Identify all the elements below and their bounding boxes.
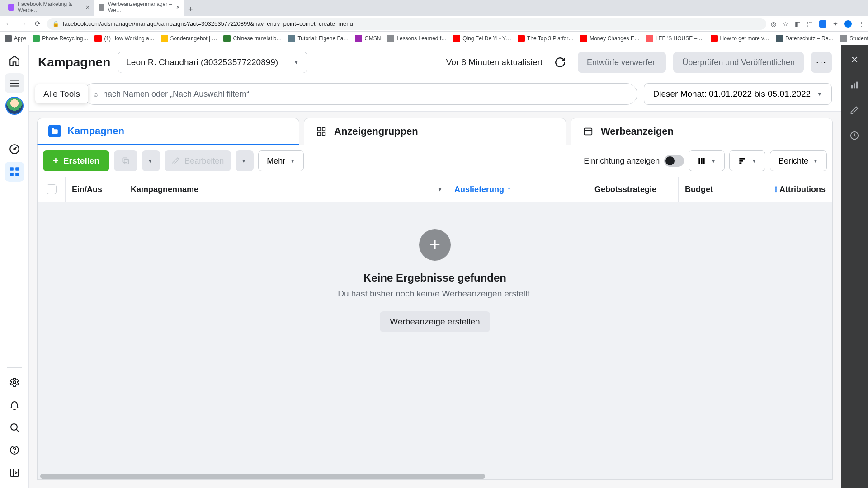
- apps-button[interactable]: Apps: [5, 35, 26, 42]
- menu-icon[interactable]: [5, 73, 24, 93]
- more-options-button[interactable]: ···: [811, 52, 832, 73]
- tab-ads[interactable]: Werbeanzeigen: [571, 118, 833, 145]
- columns-dropdown[interactable]: ▼: [689, 150, 725, 171]
- bookmark-item[interactable]: Money Changes E…: [580, 35, 640, 42]
- new-tab-button[interactable]: +: [184, 3, 197, 16]
- svg-rect-16: [124, 160, 129, 164]
- reports-dropdown[interactable]: Berichte ▼: [770, 150, 827, 171]
- ext-icon[interactable]: ☆: [783, 20, 788, 28]
- forward-button[interactable]: →: [18, 20, 28, 28]
- column-attribution[interactable]: i Attributions: [769, 177, 832, 202]
- tab-title: Werbeanzeigenmanager – We…: [108, 1, 173, 14]
- svg-rect-2: [10, 167, 14, 171]
- chevron-down-icon: ▼: [711, 158, 716, 164]
- column-onoff[interactable]: Ein/Aus: [66, 177, 124, 202]
- bookmark-item[interactable]: Phone Recycling…: [33, 35, 88, 42]
- column-delivery[interactable]: Auslieferung ↑: [448, 177, 588, 202]
- bookmark-item[interactable]: Chinese translatio…: [223, 35, 282, 42]
- bookmark-item[interactable]: Tutorial: Eigene Fa…: [288, 35, 349, 42]
- review-publish-button[interactable]: Überprüfen und Veröffentlichen: [673, 52, 804, 73]
- tab-label: Anzeigengruppen: [334, 126, 418, 137]
- bookmark-item[interactable]: Lessons Learned f…: [387, 35, 447, 42]
- history-icon[interactable]: [846, 127, 863, 144]
- tab-strip: Facebook Marketing & Werbe… × Werbeanzei…: [0, 0, 868, 16]
- svg-point-7: [11, 424, 17, 430]
- avatar[interactable]: [5, 96, 24, 116]
- bookmark-item[interactable]: Datenschutz – Re…: [776, 35, 834, 42]
- back-button[interactable]: ←: [4, 20, 14, 28]
- search-icon[interactable]: [5, 418, 24, 437]
- bookmark-item[interactable]: GMSN: [355, 35, 381, 42]
- browser-chrome: Facebook Marketing & Werbe… × Werbeanzei…: [0, 0, 868, 45]
- svg-rect-15: [585, 128, 592, 135]
- more-label: Mehr: [267, 156, 285, 166]
- chevron-down-icon: ▼: [813, 158, 818, 164]
- ext-icon[interactable]: ◧: [795, 20, 801, 28]
- svg-rect-4: [10, 173, 14, 176]
- refresh-button[interactable]: [550, 52, 571, 73]
- gear-icon[interactable]: [5, 372, 24, 392]
- bookmark-item[interactable]: The Top 3 Platfor…: [518, 35, 574, 42]
- meta-icon[interactable]: [844, 20, 852, 28]
- menu-icon[interactable]: ⋮: [858, 20, 864, 28]
- empty-subtext: Du hast bisher noch kein/e Werbeanzeigen…: [338, 289, 532, 299]
- svg-rect-13: [318, 132, 321, 135]
- bookmark-item[interactable]: LEE 'S HOUSE – …: [646, 35, 704, 42]
- gauge-icon[interactable]: [5, 139, 24, 159]
- ads-manager-icon[interactable]: [5, 162, 24, 182]
- help-icon[interactable]: [5, 440, 24, 460]
- extension-icons: ◎ ☆ ◧ ⬚ ✦ ⋮: [771, 20, 864, 28]
- more-dropdown[interactable]: Mehr ▼: [258, 150, 304, 171]
- browser-tab[interactable]: Facebook Marketing & Werbe… ×: [4, 0, 94, 16]
- home-icon[interactable]: [5, 51, 24, 70]
- account-dropdown[interactable]: Leon R. Chaudhari (303253577220899) ▼: [118, 52, 307, 73]
- tab-campaigns[interactable]: Kampagnen: [37, 118, 299, 145]
- bookmark-item[interactable]: (1) How Working a…: [94, 35, 154, 42]
- search-input[interactable]: ⌕ nach Namen oder „Nach Auswahl filtern“: [83, 83, 637, 105]
- svg-point-9: [14, 452, 15, 453]
- address-bar[interactable]: 🔒 facebook.com/adsmanager/manage/campaig…: [47, 18, 766, 30]
- bookmark-item[interactable]: Student Wants an…: [840, 35, 868, 42]
- column-name[interactable]: Kampagnenname ▾: [124, 177, 448, 202]
- create-label: Erstellen: [63, 156, 99, 166]
- puzzle-icon[interactable]: ✦: [833, 20, 838, 28]
- tab-adsets[interactable]: Anzeigengruppen: [304, 118, 566, 145]
- ext-icon[interactable]: ◎: [771, 20, 776, 28]
- discard-drafts-button[interactable]: Entwürfe verwerfen: [578, 52, 666, 73]
- facebook-icon[interactable]: [819, 20, 826, 28]
- info-icon: i: [775, 186, 777, 193]
- bookmark-item[interactable]: Sonderangebot | …: [161, 35, 217, 42]
- all-tools-tooltip: Alle Tools: [35, 84, 88, 103]
- bookmark-item[interactable]: Qing Fei De Yi - Y…: [453, 35, 511, 42]
- main-content: Kampagnen Leon R. Chaudhari (30325357722…: [29, 45, 841, 488]
- bell-icon[interactable]: [5, 395, 24, 415]
- filter-bar: Alle Tools ⌕ nach Namen oder „Nach Auswa…: [29, 80, 841, 112]
- create-button[interactable]: + Erstellen: [43, 150, 109, 171]
- horizontal-scrollbar[interactable]: [38, 473, 832, 479]
- add-circle-icon[interactable]: +: [419, 229, 451, 261]
- date-range-dropdown[interactable]: Dieser Monat: 01.01.2022 bis 05.01.2022 …: [644, 83, 832, 105]
- column-budget[interactable]: Budget: [679, 177, 769, 202]
- collapse-icon[interactable]: [5, 463, 24, 483]
- charts-icon[interactable]: [846, 77, 863, 93]
- bookmarks-bar: Apps Phone Recycling… (1) How Working a……: [0, 32, 868, 45]
- svg-rect-14: [322, 132, 325, 135]
- setup-toggle[interactable]: [664, 155, 684, 167]
- close-icon[interactable]: ×: [86, 4, 90, 11]
- edit-icon[interactable]: [846, 102, 863, 118]
- close-icon[interactable]: ×: [176, 4, 180, 11]
- ext-icon[interactable]: ⬚: [807, 20, 813, 28]
- table-header: Ein/Aus Kampagnenname ▾ Auslieferung ↑ G…: [37, 177, 833, 202]
- column-bid[interactable]: Gebotsstrategie: [588, 177, 679, 202]
- grid-icon: [315, 125, 328, 138]
- create-ad-button[interactable]: Werbeanzeige erstellen: [380, 311, 490, 332]
- browser-tab[interactable]: Werbeanzeigenmanager – We… ×: [94, 0, 184, 16]
- select-all-checkbox[interactable]: [38, 177, 66, 202]
- bookmark-item[interactable]: How to get more v…: [711, 35, 769, 42]
- breakdown-dropdown[interactable]: ▼: [729, 150, 765, 171]
- tab-label: Kampagnen: [67, 125, 124, 137]
- close-panel-button[interactable]: ✕: [846, 52, 863, 68]
- right-rail: ✕: [841, 45, 868, 488]
- svg-rect-19: [701, 158, 703, 164]
- reload-button[interactable]: ⟳: [33, 19, 42, 28]
